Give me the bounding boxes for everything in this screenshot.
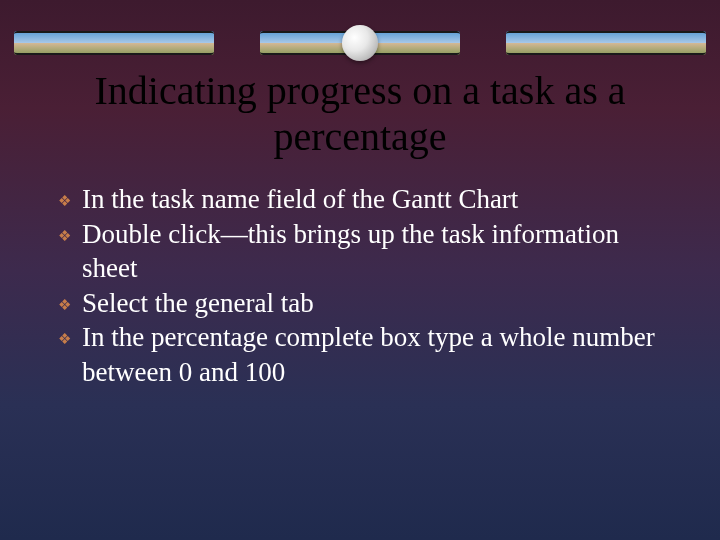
orb-icon bbox=[342, 25, 378, 61]
slide-title: Indicating progress on a task as a perce… bbox=[0, 68, 720, 160]
diamond-bullet-icon: ❖ bbox=[58, 227, 82, 246]
list-item: ❖Double click—this brings up the task in… bbox=[58, 217, 662, 286]
header-decoration bbox=[0, 28, 720, 58]
diamond-bullet-icon: ❖ bbox=[58, 296, 82, 315]
list-item: ❖Select the general tab bbox=[58, 286, 662, 321]
list-item-text: Select the general tab bbox=[82, 288, 314, 318]
list-item: ❖In the task name field of the Gantt Cha… bbox=[58, 182, 662, 217]
diamond-bullet-icon: ❖ bbox=[58, 192, 82, 211]
landscape-strip-right bbox=[506, 31, 706, 55]
landscape-strip-left bbox=[14, 31, 214, 55]
list-item: ❖In the percentage complete box type a w… bbox=[58, 320, 662, 389]
list-item-text: Double click—this brings up the task inf… bbox=[82, 219, 619, 284]
list-item-text: In the task name field of the Gantt Char… bbox=[82, 184, 518, 214]
list-item-text: In the percentage complete box type a wh… bbox=[82, 322, 655, 387]
bullet-list: ❖In the task name field of the Gantt Cha… bbox=[0, 182, 720, 389]
diamond-bullet-icon: ❖ bbox=[58, 330, 82, 349]
